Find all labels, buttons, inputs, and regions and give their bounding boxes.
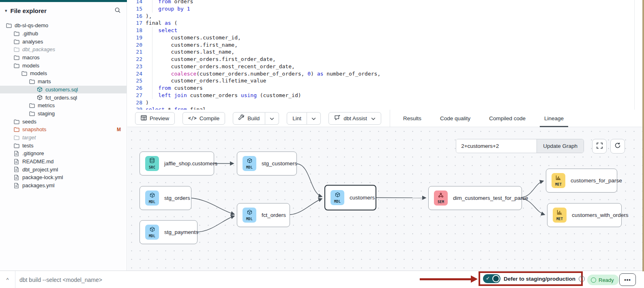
button-label: dbt Assist [343,115,367,121]
tree-item-label: packages.yml [22,182,54,188]
model-icon [36,95,43,101]
tree-item-fct-orders-sql[interactable]: fct_orders.sql [0,93,127,102]
lineage-node-jaffle-shop-customers[interactable]: SRCjaffle_shop.customers [140,152,214,175]
dbt-assist-button-group: dbt Assist [328,112,381,125]
line-number: 15 [127,5,142,13]
line-number: 19 [127,34,142,41]
chevron-down-icon [270,115,274,121]
cube-icon [150,226,155,234]
screen-edge [642,0,644,271]
code-line: 22 customer_orders.first_order_date, [127,56,644,63]
update-graph-button[interactable]: Update Graph [537,139,584,153]
mdl-badge: MDL [145,191,159,206]
tree-item-packages-yml[interactable]: packages.yml [0,182,127,190]
tree-item-dbt-packages[interactable]: dbt_packages [0,45,127,54]
build-dropdown-button[interactable] [265,112,279,125]
tree-item-label: metrics [38,102,55,108]
tree-item-seeds[interactable]: seeds [0,117,127,126]
tab-results[interactable]: Results [394,110,431,127]
tab-code-quality[interactable]: Code quality [431,110,480,127]
fullscreen-button[interactable] [592,139,607,154]
tree-item-target[interactable]: target [0,134,127,142]
code-lines: 14 from orders15 group by 116),17final a… [127,0,644,110]
annotation-box: ✓ Defer to staging/production ? [479,271,583,286]
lineage-node-stg-payments[interactable]: MDLstg_payments [140,220,197,244]
tab-compiled-code[interactable]: Compiled code [480,110,535,127]
tree-item-label: tests [22,143,33,149]
lineage-node-customers-with-orders[interactable]: METcustomers_with_orders [547,203,622,227]
expand-command-bar-icon[interactable]: ^ [0,271,15,288]
tree-item-models[interactable]: models [0,69,127,78]
code-editor[interactable]: 14 from orders15 group by 116),17final a… [127,0,644,110]
lineage-node-fct-orders[interactable]: MDLfct_orders [237,203,290,227]
chevron-down-icon [311,115,316,121]
accent-bar [0,0,127,2]
tree-item-readme-md[interactable]: README.md [0,158,127,166]
build-button[interactable]: Build [233,112,265,125]
node-label: customers_for_parse [571,178,622,184]
command-input[interactable] [19,271,384,288]
more-options-button[interactable]: ••• [619,273,636,286]
tree-item-analyses[interactable]: analyses [0,37,127,45]
tree-item--github[interactable]: .github [0,30,127,38]
tree-item-staging[interactable]: staging [0,110,127,118]
tree-item-label: customers.sql [45,87,78,93]
lineage-node-customers[interactable]: MDLcustomers [324,185,376,210]
lineage-selector-input[interactable] [456,139,537,153]
lineage-node-stg-customers[interactable]: MDLstg_customers [237,152,297,175]
tree-item-label: snapshots [22,126,46,132]
preview-button[interactable]: Preview [135,112,175,125]
defer-toggle[interactable]: ✓ [483,274,500,283]
annotation-arrow [420,278,471,280]
code-line: 23 customer_orders.most_recent_order_dat… [127,63,644,70]
toolbar-divider [390,110,390,127]
tab-label: Code quality [440,115,470,121]
line-number: 29 [127,106,142,110]
code-line: 27 left join customer_orders using (cust… [127,92,644,99]
tab-lineage[interactable]: Lineage [535,110,573,127]
check-icon: ✓ [486,275,490,281]
line-number: 20 [127,41,142,49]
tree-item-tests[interactable]: tests [0,141,127,149]
wrench-icon [238,115,245,122]
lineage-node-customers-for-parse[interactable]: METcustomers_for_parse [546,169,617,193]
compile-button[interactable]: </>Compile [182,112,225,125]
assist-icon [334,115,341,122]
tree-item-dbt-project-yml[interactable]: dbt_project.yml [0,165,127,173]
tree-item-macros[interactable]: macros [0,54,127,62]
tree-item-label: fct_orders.sql [45,95,77,101]
lineage-node-dim-customers-test-for-parse[interactable]: SEMdim_customers_test_for_parse [428,186,522,210]
chevron-down-icon[interactable]: ▾ [5,8,7,13]
button-label: Preview [150,115,169,121]
dbt-assist-button[interactable]: dbt Assist [328,112,381,125]
tree-item-models[interactable]: models [0,61,127,69]
defer-label: Defer to staging/production [504,276,575,282]
line-number: 26 [127,84,142,92]
lint-dropdown-button[interactable] [307,112,321,125]
met-badge: MET [552,173,565,188]
folder-icon [13,39,19,45]
tree-item-marts[interactable]: marts [0,78,127,86]
tree-item-db-sl-qs-demo[interactable]: db-sl-qs-demo [0,22,127,30]
tree-item-customers-sql[interactable]: customers.sql [0,86,127,94]
tree-item-snapshots[interactable]: snapshotsM [0,126,127,134]
tree-item-label: .gitignore [22,150,44,156]
node-label: customers [350,195,375,201]
file-explorer-sidebar: ▾ File explorer db-sl-qs-demo.githubanal… [0,0,127,271]
lineage-node-stg-orders[interactable]: MDLstg_orders [140,186,191,210]
sem-icon [438,192,444,199]
search-icon[interactable] [113,6,122,15]
tree-item-label: target [22,134,36,141]
help-icon[interactable]: ? [579,276,585,282]
tree-item-metrics[interactable]: metrics [0,102,127,110]
tree-item--gitignore[interactable]: .gitignore [0,149,127,158]
status-badge[interactable]: Ready [587,275,619,285]
lineage-pane: SRCjaffle_shop.customersMDLstg_customers… [127,127,644,271]
tree-item-package-lock-yml[interactable]: package-lock.yml [0,173,127,182]
file-icon [13,158,19,165]
lint-button[interactable]: Lint [287,112,307,125]
node-label: jaffle_shop.customers [164,160,217,167]
line-number: 25 [127,77,142,84]
editor-scrollbar-track[interactable] [634,0,635,110]
refresh-button[interactable] [610,139,625,154]
